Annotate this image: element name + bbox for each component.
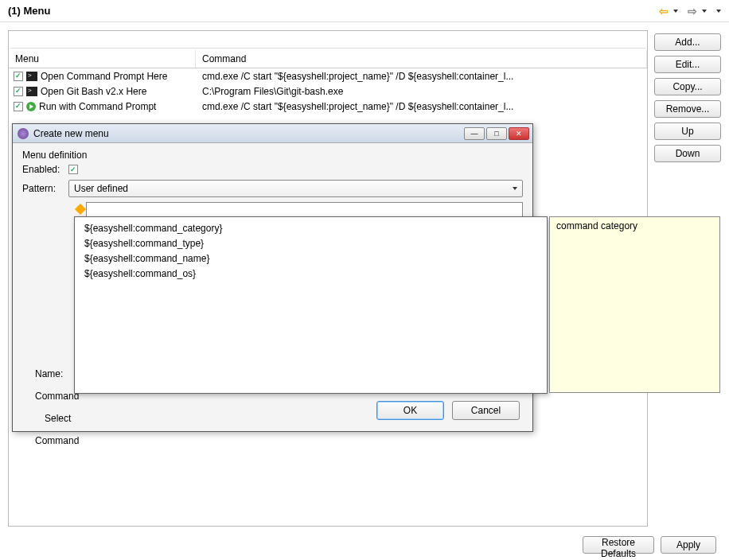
forward-icon[interactable] bbox=[686, 5, 699, 18]
nav-arrows bbox=[657, 5, 721, 18]
page-title: (1) Menu bbox=[8, 5, 657, 17]
suggest-item[interactable]: ${easyshell:command_os} bbox=[75, 266, 547, 281]
command-label: Command bbox=[35, 391, 79, 402]
terminal-icon bbox=[26, 87, 37, 96]
run-icon bbox=[26, 102, 36, 111]
table-row[interactable]: Open Command Prompt Here cmd.exe /C star… bbox=[9, 68, 647, 84]
back-icon[interactable] bbox=[657, 5, 670, 18]
filter-input[interactable] bbox=[10, 33, 645, 49]
down-button[interactable]: Down bbox=[654, 145, 721, 162]
enabled-label: Enabled: bbox=[22, 164, 64, 175]
row-checkbox[interactable] bbox=[14, 72, 23, 81]
remove-button[interactable]: Remove... bbox=[654, 100, 721, 118]
col-command[interactable]: Command bbox=[196, 50, 647, 68]
minimize-icon[interactable]: — bbox=[464, 127, 485, 140]
warning-icon bbox=[75, 204, 86, 215]
name-label: Name: bbox=[35, 368, 79, 379]
row-command: C:\Program Files\Git\git-bash.exe bbox=[196, 86, 647, 97]
tooltip: command category bbox=[549, 216, 720, 393]
up-button[interactable]: Up bbox=[654, 122, 721, 140]
app-icon bbox=[18, 128, 29, 139]
select-label: Select bbox=[45, 413, 79, 424]
pattern-label: Pattern: bbox=[22, 183, 64, 194]
table-row[interactable]: Open Git Bash v2.x Here C:\Program Files… bbox=[9, 84, 647, 99]
table-row[interactable]: Run with Command Prompt cmd.exe /C start… bbox=[9, 99, 647, 114]
suggest-item[interactable]: ${easyshell:command_name} bbox=[75, 251, 547, 266]
row-label: Open Git Bash v2.x Here bbox=[41, 86, 146, 97]
add-button[interactable]: Add... bbox=[654, 33, 721, 51]
restore-defaults-button[interactable]: Restore Defaults bbox=[583, 536, 654, 554]
suggest-item[interactable]: ${easyshell:command_type} bbox=[75, 235, 547, 251]
col-menu[interactable]: Menu bbox=[9, 50, 196, 68]
enabled-checkbox[interactable] bbox=[68, 165, 78, 174]
autocomplete-popup: ${easyshell:command_category} ${easyshel… bbox=[74, 216, 548, 394]
row-label: Run with Command Prompt bbox=[39, 101, 156, 112]
dialog-titlebar[interactable]: Create new menu — □ ✕ bbox=[13, 124, 532, 143]
row-label: Open Command Prompt Here bbox=[41, 71, 167, 82]
row-command: cmd.exe /C start "${easyshell:project_na… bbox=[196, 101, 647, 112]
suggest-item[interactable]: ${easyshell:command_category} bbox=[75, 220, 547, 235]
forward-menu-icon[interactable] bbox=[702, 10, 707, 13]
copy-button[interactable]: Copy... bbox=[654, 78, 721, 95]
view-menu-icon[interactable] bbox=[716, 10, 721, 13]
maximize-icon[interactable]: □ bbox=[486, 127, 507, 140]
apply-button[interactable]: Apply bbox=[661, 536, 716, 554]
close-icon[interactable]: ✕ bbox=[509, 127, 529, 140]
row-checkbox[interactable] bbox=[14, 87, 23, 96]
back-menu-icon[interactable] bbox=[673, 10, 678, 13]
cancel-button[interactable]: Cancel bbox=[452, 401, 520, 420]
section-label: Menu definition bbox=[22, 150, 110, 161]
pattern-select[interactable]: User defined bbox=[68, 180, 523, 197]
row-command: cmd.exe /C start "${easyshell:project_na… bbox=[196, 71, 647, 82]
row-checkbox[interactable] bbox=[14, 102, 23, 111]
pattern-value: User defined bbox=[74, 183, 128, 194]
chevron-down-icon bbox=[513, 187, 517, 190]
terminal-icon bbox=[26, 72, 37, 81]
tooltip-text: command category bbox=[556, 220, 637, 231]
edit-button[interactable]: Edit... bbox=[654, 56, 721, 73]
ok-button[interactable]: OK bbox=[376, 401, 444, 420]
command2-label: Command bbox=[35, 435, 79, 446]
dialog-title: Create new menu bbox=[33, 128, 464, 139]
